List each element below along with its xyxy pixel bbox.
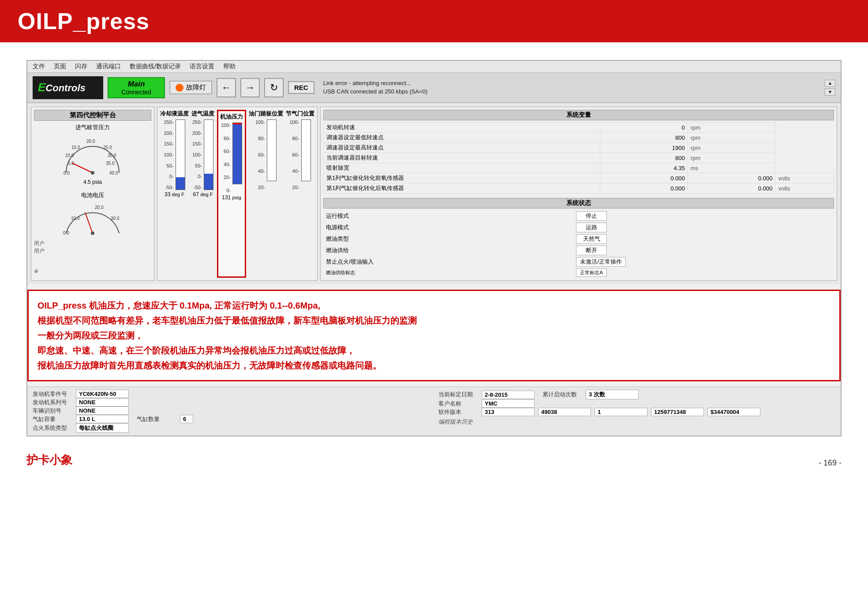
bottom-row-software: 软件版本 313 49038 1 1259771348 $34470004 <box>438 408 835 416</box>
cell-value: 运路 <box>573 222 834 233</box>
main-content: 文件 页面 闪存 通讯端口 数据曲线/数据记录 语言设置 帮助 EControl… <box>0 42 868 445</box>
menu-help[interactable]: 帮助 <box>223 63 236 71</box>
cell-label: 第1列气缸催化转化后氧传感器 <box>324 183 600 194</box>
cell-value: 800 <box>600 153 688 163</box>
left-panel: 第四代控制平台 进气岐管压力 0.0 5.0 10.0 <box>31 107 154 281</box>
battery-gauge-svg: 0.0 10.0 20.0 30.0 <box>60 200 126 235</box>
table-row: 运行模式 停止 <box>323 210 834 222</box>
start-count-value: 3 次数 <box>586 390 639 399</box>
annotation-box: OILP_press 机油压力，怠速应大于 0.1Mpa, 正常运行时为 0.1… <box>27 290 841 381</box>
cell-label: 当前调速器目标转速 <box>324 153 600 163</box>
cell-label: 燃油供给标志 <box>323 268 573 278</box>
svg-line-15 <box>85 212 93 233</box>
cylinder-vol-label: 气缸容量 <box>33 415 72 423</box>
cell-value: 未激活/正常操作 <box>573 256 834 268</box>
rec-button[interactable]: REC <box>288 81 314 94</box>
logo-text: EControls <box>38 81 86 94</box>
table-row: 禁止点火/喷油输入 未激活/正常操作 <box>323 256 834 268</box>
svg-text:15.0: 15.0 <box>71 145 80 150</box>
svg-text:10.0: 10.0 <box>71 216 80 221</box>
cell-label: 运行模式 <box>323 210 573 222</box>
connected-label: Connected <box>116 89 157 96</box>
engine-part-value: YC6K420N-50 <box>76 390 129 398</box>
cell-unit: rpm <box>688 153 775 163</box>
software-value-2: 49038 <box>538 408 591 416</box>
intake-temp-title: 进气温度 <box>191 110 214 118</box>
refresh-button[interactable]: ↻ <box>264 78 284 97</box>
user-label-1: 用户 <box>34 240 151 247</box>
sys-status-title: 系统状态 <box>323 198 834 209</box>
table-row: 燃油供给标志 正常标志A <box>323 268 834 278</box>
annotation-line-3: 一般分为两段或三段监测， <box>37 328 831 343</box>
software-value-3: 1 <box>595 408 647 416</box>
bottom-right: 当前标定日期 2-8-2015 累计启动次数 3 次数 客户名称 YMC 软件版… <box>438 390 835 433</box>
menu-comm[interactable]: 通讯端口 <box>96 63 121 71</box>
bottom-row-program-history: 编程版本历史 <box>438 418 835 426</box>
coolant-temp-gauge: 冷却液温度 250-200-150-100-50-0--50- 33 deg F <box>160 110 189 278</box>
cylinder-count-value: 6 <box>180 415 193 423</box>
cell-unit: volts <box>775 183 834 194</box>
cell-value: 4.35 <box>600 163 688 173</box>
throttle-valve-gauge: 节气门位置 100-80-60-40-20- <box>286 110 314 278</box>
svg-text:0.0: 0.0 <box>64 171 70 175</box>
menu-lang[interactable]: 语言设置 <box>190 63 214 71</box>
menu-file[interactable]: 文件 <box>33 63 45 71</box>
main-connected-button[interactable]: Main Connected <box>108 77 165 98</box>
menu-data[interactable]: 数据曲线/数据记录 <box>130 63 181 71</box>
table-row: 燃油供给 断开 <box>323 245 834 256</box>
menu-page[interactable]: 页面 <box>54 63 66 71</box>
cell-value: 0.000 <box>600 183 688 194</box>
table-row: 当前调速器目标转速 800 rpm <box>324 153 834 163</box>
svg-point-16 <box>91 231 94 235</box>
forward-button[interactable]: → <box>240 78 260 97</box>
header-bar: OILP_press <box>0 0 868 42</box>
intake-gauge-svg: 0.0 5.0 10.0 15.0 20.0 25.0 30.0 <box>57 133 128 177</box>
intake-temp-bar <box>204 119 213 190</box>
fault-button[interactable]: 故障灯 <box>169 81 212 94</box>
bottom-row-date: 当前标定日期 2-8-2015 累计启动次数 3 次数 <box>438 390 835 399</box>
cell-unit: volts <box>775 173 834 183</box>
bottom-left: 发动机零件号 YC6K420N-50 发动机系列号 NONE 车辆识别号 NON… <box>33 390 430 433</box>
throttle-valve-title: 节气门位置 <box>286 110 314 118</box>
footer-brand: 护卡小象 <box>26 452 72 468</box>
svg-line-9 <box>72 163 93 173</box>
link-status: Link error - attempting reconnect... USB… <box>323 79 428 95</box>
throttle-pedal-bar <box>267 119 277 181</box>
cell-label: 电源模式 <box>323 222 573 233</box>
scroll-up-button[interactable]: ▲ <box>825 80 835 87</box>
oil-pressure-bar <box>232 123 242 184</box>
cell-value: 0.000 <box>600 173 688 183</box>
table-row: 第1列气缸催化转化后氧传感器 0.000 0.000 volts <box>324 183 834 194</box>
menu-bar: 文件 页面 闪存 通讯端口 数据曲线/数据记录 语言设置 帮助 <box>27 61 841 73</box>
table-row: 调速器设定最高转速点 1900 rpm <box>324 143 834 153</box>
table-row: 燃油类型 天然气 <box>323 233 834 245</box>
user-label-2: 用户 <box>34 247 151 255</box>
throttle-pedal-title: 油门踏板位置 <box>249 110 283 118</box>
ignition-label: 点火系统类型 <box>33 424 72 432</box>
menu-flash[interactable]: 闪存 <box>75 63 87 71</box>
fault-indicator-dot <box>176 84 183 92</box>
battery-section: 电池电压 0.0 10.0 20.0 30.0 <box>34 191 151 235</box>
right-panel: 系统变量 发动机转速 0 rpm 调速器设定最低转速点 800 rpm 调速器设… <box>320 107 837 281</box>
back-button[interactable]: ← <box>217 78 236 97</box>
oil-pressure-title: 机油压力 <box>220 113 243 121</box>
bottom-row-cylinder: 气缸容量 13.0 L 气缸数量 6 <box>33 415 430 423</box>
cell-label: 调速器设定最高转速点 <box>324 143 600 153</box>
table-row: 电源模式 运路 <box>323 222 834 233</box>
page-title: OILP_press <box>18 8 150 34</box>
scroll-buttons: ▲ ▼ <box>825 80 835 96</box>
cell-value: 停止 <box>573 210 834 222</box>
table-row: 调速器设定最低转速点 800 rpm <box>324 133 834 143</box>
oil-pressure-gauge: 机油压力 100-80-60-40-20-0- 131 psig <box>217 110 246 278</box>
svg-text:30.0: 30.0 <box>111 216 120 221</box>
ignition-value: 每缸点火线圈 <box>76 423 129 433</box>
cell-label: 燃油类型 <box>323 233 573 245</box>
svg-text:30.0: 30.0 <box>108 153 116 158</box>
calib-date-value: 2-8-2015 <box>482 391 535 399</box>
software-value-1: 313 <box>482 408 535 416</box>
cylinder-vol-value: 13.0 L <box>76 415 129 423</box>
intake-temp-fill <box>204 174 213 190</box>
sys-vars-table: 发动机转速 0 rpm 调速器设定最低转速点 800 rpm 调速器设定最高转速… <box>323 122 834 194</box>
scroll-down-button[interactable]: ▼ <box>825 89 835 96</box>
cell-value: 断开 <box>573 245 834 256</box>
